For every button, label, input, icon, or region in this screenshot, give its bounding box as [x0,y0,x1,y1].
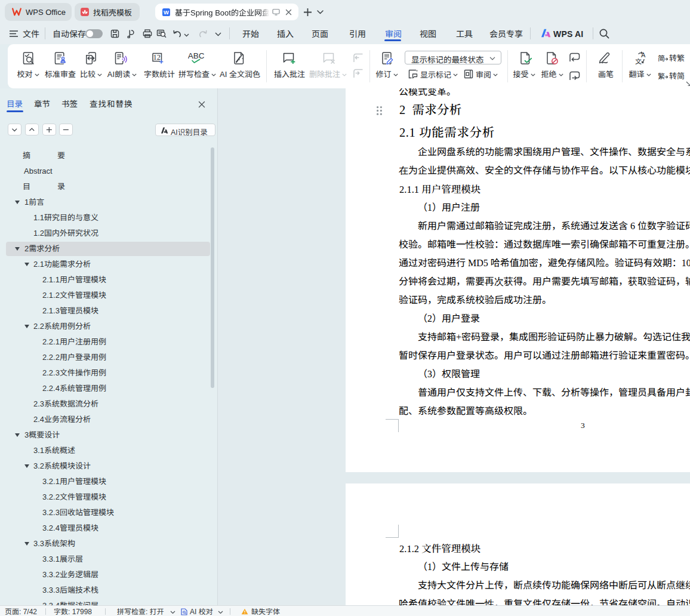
svg-text:12: 12 [153,53,161,61]
svg-text:W: W [164,8,169,15]
svg-text:ABC: ABC [188,51,204,60]
